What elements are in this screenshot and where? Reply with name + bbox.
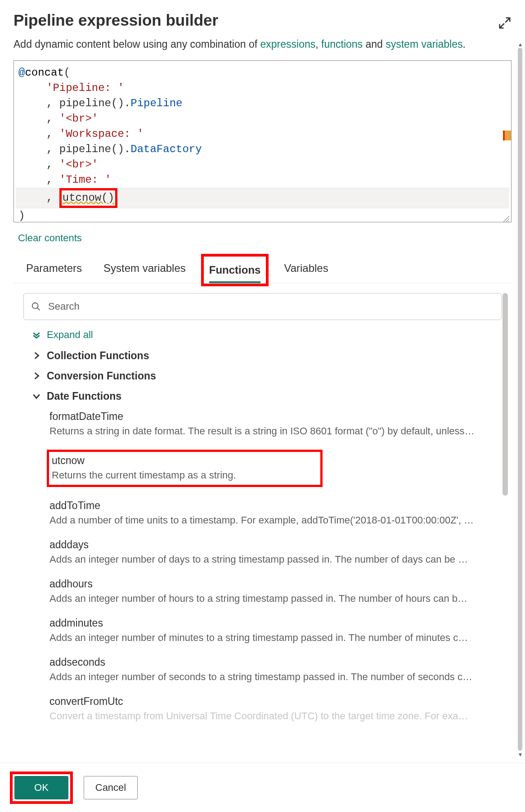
function-item-adddays[interactable]: adddays Adds an integer number of days t… — [49, 539, 494, 565]
expand-all-button[interactable]: Expand all — [32, 329, 512, 341]
search-input[interactable] — [47, 300, 494, 313]
tab-variables[interactable]: Variables — [284, 257, 328, 283]
link-expressions[interactable]: expressions — [260, 38, 316, 50]
clear-contents-link[interactable]: Clear contents — [18, 232, 512, 244]
page-title: Pipeline expression builder — [13, 11, 218, 29]
function-item-addhours[interactable]: addhours Adds an integer number of hours… — [49, 578, 494, 604]
function-item-utcnow[interactable]: utcnow Returns the current timestamp as … — [47, 450, 323, 487]
function-item-addseconds[interactable]: addseconds Adds an integer number of sec… — [49, 656, 494, 683]
expression-editor[interactable]: @concat( 'Pipeline: ' , pipeline().Pipel… — [13, 60, 512, 222]
scroll-up-icon[interactable]: ▴ — [519, 41, 522, 48]
scroll-down-icon[interactable]: ▾ — [519, 751, 522, 758]
panel-scrollbar[interactable]: ▴ ▾ — [517, 41, 523, 758]
tab-system-variables[interactable]: System variables — [103, 257, 186, 283]
chevron-right-icon — [32, 372, 40, 380]
function-item-formatDateTime[interactable]: formatDateTime Returns a string in date … — [49, 411, 494, 437]
function-list-scrollbar[interactable] — [503, 293, 508, 496]
category-conversion-functions[interactable]: Conversion Functions — [32, 370, 512, 382]
function-item-addminutes[interactable]: addminutes Adds an integer number of min… — [49, 617, 494, 644]
footer: OK Cancel — [0, 762, 525, 812]
cancel-button[interactable]: Cancel — [84, 776, 138, 799]
tab-parameters[interactable]: Parameters — [26, 257, 82, 283]
category-date-functions[interactable]: Date Functions — [32, 390, 512, 402]
tab-functions[interactable]: Functions — [209, 259, 261, 283]
utcnow-token: utcnow() — [63, 192, 114, 204]
editor-warning-marker[interactable] — [503, 131, 511, 140]
category-collection-functions[interactable]: Collection Functions — [32, 350, 512, 362]
function-item-addToTime[interactable]: addToTime Add a number of time units to … — [49, 500, 494, 526]
chevron-down-icon — [32, 392, 40, 400]
expand-panel-icon[interactable] — [498, 16, 512, 32]
link-system-variables[interactable]: system variables — [386, 38, 462, 50]
chevron-right-icon — [32, 352, 40, 360]
function-item-convertFromUtc[interactable]: convertFromUtc Convert a timestamp from … — [49, 695, 494, 722]
svg-point-0 — [32, 302, 38, 308]
search-icon — [31, 302, 41, 311]
tab-bar: Parameters System variables Functions Va… — [13, 257, 512, 283]
link-functions[interactable]: functions — [321, 38, 363, 50]
editor-resize-handle[interactable] — [502, 213, 510, 221]
search-input-wrapper[interactable] — [23, 293, 502, 320]
subtitle: Add dynamic content below using any comb… — [13, 36, 512, 52]
ok-button[interactable]: OK — [14, 776, 68, 799]
